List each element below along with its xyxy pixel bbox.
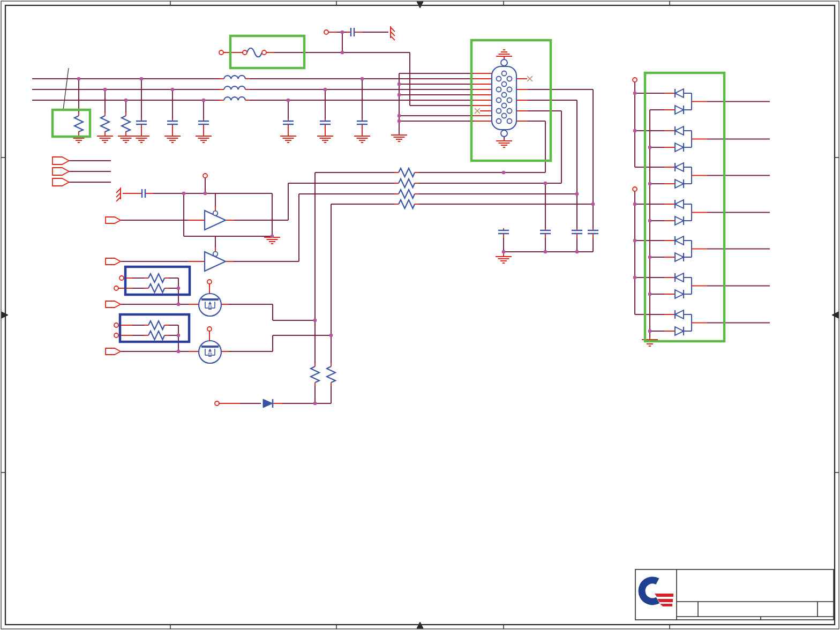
company-logo-stripe <box>655 594 673 597</box>
junction-dot <box>398 119 401 123</box>
resistor-icon <box>148 321 164 329</box>
resistor-icon <box>327 366 335 382</box>
highlight-box-blue <box>125 267 190 295</box>
junction-dot <box>398 82 401 86</box>
inductor-icon <box>224 86 245 89</box>
port-flag-icon <box>106 348 121 355</box>
buffer-enable-bubble <box>213 252 218 257</box>
diode-icon <box>675 216 684 225</box>
chassis-ground-icon <box>391 36 395 40</box>
diode-icon <box>675 310 684 319</box>
chassis-ground-icon <box>391 32 395 36</box>
connector-shell-pin <box>501 130 507 137</box>
junction-dot <box>324 88 327 92</box>
fuse-terminal <box>262 50 266 55</box>
terminal-circle <box>203 174 207 178</box>
fuse-icon <box>247 48 262 57</box>
chassis-ground-icon <box>391 27 395 32</box>
junction-dot <box>633 276 637 280</box>
company-logo-stripe <box>660 604 672 606</box>
connector-shell-pin <box>501 59 507 66</box>
junction-dot <box>648 219 652 223</box>
terminal-circle <box>207 280 212 284</box>
junction-dot <box>575 250 579 254</box>
junction-dot <box>313 402 317 406</box>
connector-pin <box>502 114 507 118</box>
connector-pin <box>497 87 501 92</box>
inductor-icon <box>224 76 245 79</box>
connector-pin <box>502 82 507 87</box>
harness-arrow-icon <box>52 178 69 186</box>
terminal-circle <box>207 327 212 331</box>
harness-arrow-icon <box>52 168 69 175</box>
chassis-ground-icon <box>116 193 121 197</box>
port-flag-icon <box>106 301 121 308</box>
connector-pin <box>497 98 501 103</box>
port-flag-icon <box>106 258 121 265</box>
connector-pin <box>497 119 501 124</box>
buffer-enable-bubble <box>213 211 218 216</box>
highlight-box-green <box>645 73 724 341</box>
resistor-icon <box>311 366 319 382</box>
junction-dot <box>648 329 652 333</box>
junction-dot <box>361 77 364 81</box>
diode-icon <box>263 399 273 408</box>
diode-icon <box>675 126 684 135</box>
junction-dot <box>182 192 186 196</box>
junction-dot <box>77 77 81 81</box>
diode-icon <box>675 143 684 152</box>
junction-dot <box>633 202 637 206</box>
junction-dot <box>648 182 652 186</box>
terminal-circle <box>633 187 637 191</box>
junction-dot <box>140 77 144 81</box>
junction-dot <box>124 99 128 102</box>
junction-dot <box>341 51 344 55</box>
resistor-icon <box>101 116 109 132</box>
resistor-icon <box>148 331 164 340</box>
connector-pin <box>502 103 507 108</box>
diode-icon <box>675 327 684 335</box>
connector-pin <box>507 77 512 81</box>
resistor-icon <box>399 190 415 198</box>
terminal-circle <box>114 323 118 327</box>
connector-pin <box>507 87 512 92</box>
junction-dot <box>398 93 401 97</box>
junction-dot <box>341 31 344 34</box>
junction-dot <box>177 303 181 306</box>
terminal-circle <box>633 78 637 82</box>
junction-dot <box>544 182 548 185</box>
diode-icon <box>675 273 684 282</box>
junction-dot <box>502 250 506 254</box>
junction-dot <box>633 92 637 95</box>
junction-dot <box>633 129 637 133</box>
resistor-icon <box>399 200 415 208</box>
connector-pin <box>497 77 501 81</box>
company-logo-ring <box>642 580 658 602</box>
terminal-circle <box>219 50 223 55</box>
chassis-ground-icon <box>116 197 121 201</box>
connector-pin <box>502 93 507 98</box>
mosfet-icon <box>199 294 221 316</box>
diode-icon <box>675 200 684 208</box>
harness-arrow-icon <box>52 157 69 164</box>
connector-pin <box>502 71 507 76</box>
fuse-terminal <box>243 50 247 55</box>
junction-dot <box>648 146 652 149</box>
diode-icon <box>675 179 684 188</box>
junction-dot <box>103 88 107 92</box>
connector-pin <box>507 119 512 124</box>
diode-icon <box>675 236 684 245</box>
resistor-icon <box>148 284 164 292</box>
resistor-icon <box>148 274 164 282</box>
terminal-circle <box>119 276 124 280</box>
junction-dot <box>591 202 595 206</box>
junction-dot <box>502 171 506 175</box>
inductor-icon <box>224 97 245 100</box>
junction-dot <box>177 334 181 338</box>
junction-dot <box>204 192 207 196</box>
company-logo-stripe <box>657 599 673 602</box>
diode-icon <box>675 163 684 171</box>
junction-dot <box>177 287 181 290</box>
schematic-canvas <box>0 0 840 630</box>
terminal-circle <box>114 286 118 290</box>
